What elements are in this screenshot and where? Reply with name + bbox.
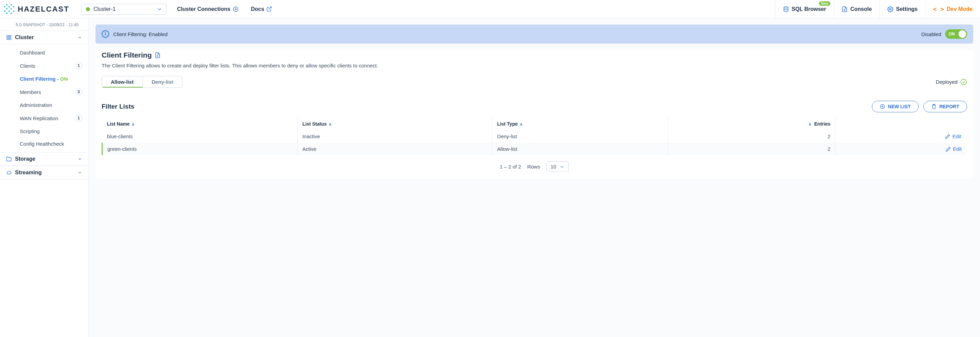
sidebar-item-dashboard[interactable]: Dashboard <box>0 46 88 59</box>
sidebar-item-label: Client Filtering - <box>20 76 60 82</box>
sidebar-item-scripting[interactable]: Scripting <box>0 125 88 138</box>
sidebar-item-members[interactable]: Members 3 <box>0 85 88 99</box>
section-label: Cluster <box>15 34 34 41</box>
pagination: 1 – 2 of 2 Rows 10 <box>102 161 967 172</box>
sidebar-item-wan-replication[interactable]: WAN Replication 1 <box>0 111 88 125</box>
count-badge: 1 <box>75 115 82 122</box>
sidebar-items-cluster: Dashboard Clients 1 Client Filtering - O… <box>0 44 88 152</box>
doc-help-icon[interactable] <box>154 52 161 58</box>
cluster-name: Cluster-1 <box>94 6 153 12</box>
sql-browser-button[interactable]: New SQL Browser <box>775 0 834 18</box>
pencil-icon <box>945 134 950 139</box>
cloud-icon <box>6 170 11 175</box>
tab-deny-list[interactable]: Deny-list <box>143 76 182 87</box>
cell-list-status: Active <box>298 142 492 155</box>
sidebar-section-cluster[interactable]: Cluster <box>0 31 88 44</box>
svg-point-4 <box>784 6 788 8</box>
gear-icon <box>887 6 893 12</box>
report-button[interactable]: REPORT <box>923 101 967 112</box>
cell-entries: 2 <box>668 142 835 155</box>
nav-cluster-connections[interactable]: Cluster Connections <box>177 6 239 12</box>
new-list-button[interactable]: NEW LIST <box>872 101 919 112</box>
table-row[interactable]: blue-clients Inactive Deny-list 2 Edit <box>102 130 967 142</box>
svg-point-14 <box>961 79 967 85</box>
rows-label: Rows <box>527 164 540 169</box>
nav-label: Docs <box>251 6 264 12</box>
status-banner: i Client Filtering: Enabled Disabled ON <box>95 25 973 44</box>
cell-list-type: Allow-list <box>492 142 668 155</box>
svg-rect-9 <box>9 35 11 37</box>
svg-rect-11 <box>9 38 11 40</box>
deployed-status: Deployed <box>936 79 967 85</box>
page-title: Client Filtering <box>102 51 152 59</box>
rows-per-page-select[interactable]: 10 <box>546 161 569 172</box>
svg-rect-8 <box>7 35 8 37</box>
sidebar-item-client-filtering[interactable]: Client Filtering - ON <box>0 73 88 85</box>
cell-list-status: Inactive <box>298 130 492 142</box>
filter-lists-table: List Name∧ List Status∧ List Type∧ ∧ Ent… <box>102 118 967 155</box>
edit-button[interactable]: Edit <box>840 133 961 139</box>
button-label: Console <box>850 6 872 12</box>
sidebar-item-label: Administration <box>20 102 52 108</box>
cell-list-name: green-clients <box>102 142 298 155</box>
code-icon: < > <box>933 5 944 13</box>
pencil-icon <box>945 146 951 152</box>
cell-list-name: blue-clients <box>102 130 298 142</box>
plus-circle-icon <box>232 6 239 12</box>
pager-range: 1 – 2 of 2 <box>500 164 521 169</box>
chevron-up-icon <box>77 35 82 40</box>
svg-rect-10 <box>7 38 8 40</box>
sidebar-item-label: Scripting <box>20 128 40 134</box>
button-label: NEW LIST <box>888 104 911 109</box>
folder-icon <box>6 156 11 162</box>
sidebar-section-streaming[interactable]: Streaming <box>0 166 88 179</box>
col-entries[interactable]: ∧ Entries <box>668 118 835 130</box>
sidebar-item-label: Dashboard <box>20 50 45 55</box>
rows-value: 10 <box>551 164 557 169</box>
sidebar-section-storage[interactable]: Storage <box>0 152 88 166</box>
sort-asc-icon: ∧ <box>520 122 523 127</box>
sidebar-item-clients[interactable]: Clients 1 <box>0 59 88 73</box>
sort-asc-icon: ∧ <box>132 122 135 127</box>
build-info: 5.0-SNAPSHOT - 10/09/21 - 11:45 <box>0 18 88 31</box>
col-list-type[interactable]: List Type∧ <box>492 118 668 130</box>
deployed-label: Deployed <box>936 79 958 85</box>
sidebar-item-label: Config Healthcheck <box>20 141 64 147</box>
logo-text: HAZELCAST <box>18 5 69 14</box>
list-type-segment: Allow-list Deny-list <box>102 76 183 88</box>
section-label: Streaming <box>15 169 41 176</box>
table-row[interactable]: green-clients Active Allow-list 2 Edit <box>102 142 967 155</box>
dev-mode-button[interactable]: < > Dev Mode <box>925 0 980 18</box>
check-circle-icon <box>960 79 967 85</box>
grid-icon <box>6 35 11 40</box>
col-list-name[interactable]: List Name∧ <box>102 118 298 130</box>
document-icon <box>842 6 848 12</box>
clipboard-icon <box>931 104 937 109</box>
svg-point-7 <box>889 8 891 10</box>
cluster-select[interactable]: Cluster-1 <box>81 4 167 15</box>
status-text: Client Filtering: Enabled <box>113 31 167 37</box>
sidebar-item-on-suffix: ON <box>60 76 68 82</box>
toggle-knob-icon <box>959 30 966 38</box>
tab-allow-list[interactable]: Allow-list <box>102 76 143 87</box>
sort-asc-icon: ∧ <box>329 122 332 127</box>
console-button[interactable]: Console <box>834 0 880 18</box>
button-label: SQL Browser <box>792 6 826 12</box>
filtering-toggle[interactable]: ON <box>945 29 967 39</box>
sidebar-item-config-healthcheck[interactable]: Config Healthcheck <box>0 138 88 150</box>
count-badge: 3 <box>75 89 82 95</box>
col-list-status[interactable]: List Status∧ <box>298 118 492 130</box>
sidebar-item-label: WAN Replication <box>20 115 58 121</box>
plus-circle-icon <box>880 104 885 109</box>
app-header: HAZELCAST Cluster-1 Cluster Connections … <box>0 0 980 18</box>
logo[interactable]: HAZELCAST <box>0 4 75 14</box>
chevron-down-icon <box>77 170 82 175</box>
nav-docs[interactable]: Docs <box>251 6 272 12</box>
disabled-label: Disabled <box>921 31 941 37</box>
page-description: The Client Filtering allows to create an… <box>102 63 967 68</box>
cluster-status-dot-icon <box>86 7 90 11</box>
settings-button[interactable]: Settings <box>880 0 925 18</box>
sidebar-item-administration[interactable]: Administration <box>0 99 88 111</box>
edit-button[interactable]: Edit <box>840 146 962 152</box>
toggle-on-label: ON <box>949 32 955 36</box>
